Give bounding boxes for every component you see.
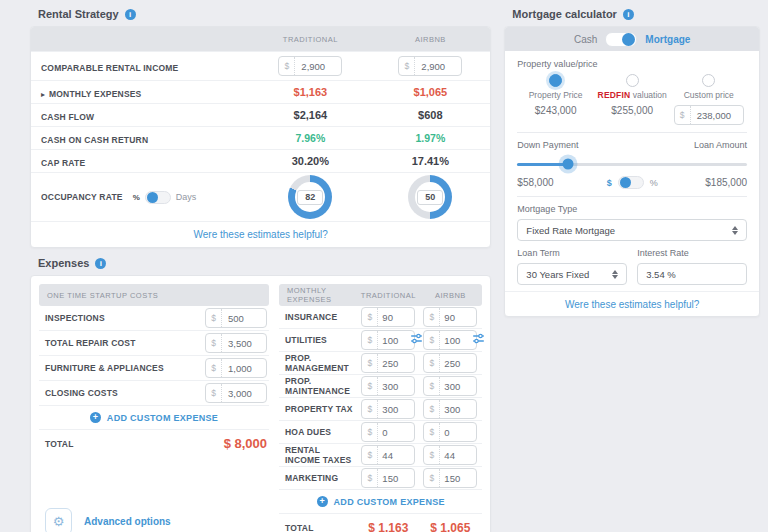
hoa-dues-traditional-input[interactable]: $0 bbox=[361, 422, 415, 442]
info-icon[interactable] bbox=[95, 258, 106, 269]
radio-property-price[interactable] bbox=[549, 74, 562, 87]
redfin-logo: REDFIN bbox=[598, 90, 631, 100]
column-header-traditional: TRADITIONAL bbox=[358, 291, 418, 300]
marketing-airbnb-input[interactable]: $150 bbox=[423, 468, 477, 488]
slider-handle[interactable] bbox=[562, 159, 573, 170]
advanced-options-button[interactable]: Advanced options bbox=[45, 508, 171, 532]
insurance-airbnb-input[interactable]: $90 bbox=[423, 307, 477, 327]
add-custom-expense-button[interactable]: ADD CUSTOM EXPENSE bbox=[279, 490, 482, 513]
table-row: CASH ON CASH RETURN 7.96% 1.97% bbox=[31, 126, 490, 149]
percent-days-toggle[interactable] bbox=[145, 191, 171, 204]
property-tax-traditional-input[interactable]: $300 bbox=[361, 399, 415, 419]
radio-redfin-valuation[interactable] bbox=[626, 74, 639, 87]
sliders-icon[interactable] bbox=[473, 333, 484, 344]
currency-prefix: $ bbox=[279, 57, 295, 75]
table-row: INSPECTIONS $ 500 bbox=[39, 306, 269, 331]
row-label: COMPARABLE RENTAL INCOME bbox=[41, 63, 179, 73]
occupancy-traditional-input[interactable]: 82 bbox=[297, 190, 323, 205]
gear-button[interactable] bbox=[45, 508, 72, 532]
rental-strategy-title-text: Rental Strategy bbox=[38, 8, 119, 20]
left-column: Rental Strategy TRADITIONAL AIRBNB COMPA… bbox=[30, 6, 491, 532]
rental-taxes-airbnb-input[interactable]: $44 bbox=[423, 445, 477, 465]
plus-icon bbox=[90, 412, 101, 423]
monthly-expenses-header: MONTHLY EXPENSES TRADITIONAL AIRBNB bbox=[279, 284, 482, 306]
table-row[interactable]: MONTHLY EXPENSES $1,163 $1,065 bbox=[31, 80, 490, 103]
updown-icon bbox=[732, 226, 738, 235]
radio-custom-price[interactable] bbox=[702, 74, 715, 87]
expenses-card: ONE TIME STARTUP COSTS INSPECTIONS $ 500… bbox=[30, 275, 491, 532]
cash-mortgage-toggle-bar: Cash Mortgage bbox=[505, 27, 759, 51]
cash-flow-traditional: $2,164 bbox=[294, 109, 328, 121]
currency-prefix: $ bbox=[206, 384, 222, 402]
dollar-unit-label[interactable]: $ bbox=[607, 178, 612, 188]
cash-label[interactable]: Cash bbox=[574, 34, 597, 45]
table-row: UTILITIES $100 $100 bbox=[279, 329, 482, 352]
loan-term-select[interactable]: 30 Years Fixed bbox=[517, 263, 627, 285]
expand-icon bbox=[41, 90, 45, 99]
expenses-title-text: Expenses bbox=[38, 257, 89, 269]
monthly-total-row: TOTAL $ 1,163 $ 1,065 bbox=[279, 513, 482, 532]
currency-prefix: $ bbox=[399, 57, 415, 75]
rental-strategy-card: TRADITIONAL AIRBNB COMPARABLE RENTAL INC… bbox=[30, 26, 491, 248]
marketing-traditional-input[interactable]: $150 bbox=[361, 468, 415, 488]
utilities-traditional-input[interactable]: $100 bbox=[361, 330, 415, 350]
mortgage-label[interactable]: Mortgage bbox=[645, 34, 690, 45]
add-custom-expense-button[interactable]: ADD CUSTOM EXPENSE bbox=[39, 406, 269, 429]
cash-mortgage-toggle[interactable] bbox=[605, 32, 637, 47]
interest-rate-input[interactable]: 3.54 % bbox=[637, 263, 747, 285]
table-row: CLOSING COSTS $ 3,000 bbox=[39, 381, 269, 406]
info-icon[interactable] bbox=[623, 9, 634, 20]
prop-maintenance-traditional-input[interactable]: $300 bbox=[361, 376, 415, 396]
estimates-helpful-link[interactable]: Were these estimates helpful? bbox=[565, 299, 699, 310]
prop-management-airbnb-input[interactable]: $250 bbox=[423, 353, 477, 373]
rental-strategy-title: Rental Strategy bbox=[38, 8, 491, 20]
table-row: HOA DUES $0 $0 bbox=[279, 421, 482, 444]
prop-maintenance-airbnb-input[interactable]: $300 bbox=[423, 376, 477, 396]
rental-income-traditional-input[interactable]: $ 2,900 bbox=[278, 56, 342, 76]
row-label: MONTHLY EXPENSES bbox=[49, 89, 141, 99]
mortgage-footer: Were these estimates helpful? bbox=[505, 291, 759, 316]
startup-total-value: $ 8,000 bbox=[224, 436, 267, 451]
insurance-traditional-input[interactable]: $90 bbox=[361, 307, 415, 327]
info-icon[interactable] bbox=[125, 9, 136, 20]
cap-rate-airbnb: 17.41% bbox=[412, 155, 449, 167]
property-tax-airbnb-input[interactable]: $300 bbox=[423, 399, 477, 419]
table-row: CAP RATE 30.20% 17.41% bbox=[31, 149, 490, 172]
utilities-airbnb-input[interactable]: $100 bbox=[423, 330, 477, 350]
inspections-input[interactable]: $ 500 bbox=[205, 308, 267, 328]
custom-price-input[interactable]: $ 238,000 bbox=[674, 105, 744, 125]
startup-costs-table: ONE TIME STARTUP COSTS INSPECTIONS $ 500… bbox=[39, 284, 269, 532]
rental-taxes-traditional-input[interactable]: $44 bbox=[361, 445, 415, 465]
rental-strategy-footer: Were these estimates helpful? bbox=[31, 221, 490, 247]
furniture-input[interactable]: $ 1,000 bbox=[205, 358, 267, 378]
occupancy-airbnb-input[interactable]: 50 bbox=[417, 190, 443, 205]
prop-management-traditional-input[interactable]: $250 bbox=[361, 353, 415, 373]
monthly-expenses-airbnb: $1,065 bbox=[414, 86, 448, 98]
interest-rate-label: Interest Rate bbox=[637, 248, 747, 258]
row-label: CASH ON CASH RETURN bbox=[41, 135, 148, 145]
table-row: COMPARABLE RENTAL INCOME $ 2,900 $ 2,900 bbox=[31, 51, 490, 80]
cash-flow-airbnb: $608 bbox=[418, 109, 442, 121]
divider bbox=[517, 132, 747, 133]
estimates-helpful-link[interactable]: Were these estimates helpful? bbox=[194, 229, 328, 240]
rental-income-airbnb-input[interactable]: $ 2,900 bbox=[398, 56, 462, 76]
percent-unit-label[interactable]: % bbox=[650, 178, 658, 188]
dollar-percent-toggle[interactable] bbox=[618, 176, 644, 189]
hoa-dues-airbnb-input[interactable]: $0 bbox=[423, 422, 477, 442]
currency-prefix: $ bbox=[206, 309, 222, 327]
cap-rate-traditional: 30.20% bbox=[292, 155, 329, 167]
mortgage-type-select[interactable]: Fixed Rate Mortgage bbox=[517, 219, 747, 241]
table-row: INSURANCE $90 $90 bbox=[279, 306, 482, 329]
coc-return-airbnb: 1.97% bbox=[415, 132, 445, 144]
gear-icon bbox=[53, 515, 65, 528]
row-label: CASH FLOW bbox=[41, 112, 94, 122]
repair-cost-input[interactable]: $ 3,500 bbox=[205, 333, 267, 353]
occupancy-donut-airbnb: 50 bbox=[408, 175, 452, 219]
row-label: CAP RATE bbox=[41, 158, 85, 168]
table-row: RENTAL INCOME TAXES $44 $44 bbox=[279, 444, 482, 467]
down-payment-slider[interactable] bbox=[517, 158, 747, 170]
mortgage-calculator-title: Mortgage calculator bbox=[512, 8, 760, 20]
table-row: PROPERTY TAX $300 $300 bbox=[279, 398, 482, 421]
column-header-traditional: TRADITIONAL bbox=[250, 35, 370, 44]
closing-costs-input[interactable]: $ 3,000 bbox=[205, 383, 267, 403]
